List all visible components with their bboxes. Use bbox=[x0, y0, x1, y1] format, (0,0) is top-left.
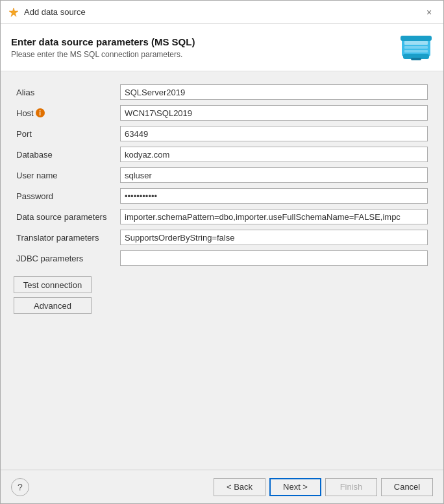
alias-label: Alias bbox=[16, 88, 34, 97]
host-label-group: Host i bbox=[16, 108, 115, 118]
page-subtext: Please enter the MS SQL connection param… bbox=[11, 50, 195, 59]
datasource-params-input[interactable] bbox=[120, 209, 428, 224]
translator-params-row: Translator parameters bbox=[14, 227, 430, 248]
datasource-params-row: Data source parameters bbox=[14, 206, 430, 227]
host-input[interactable] bbox=[120, 105, 428, 121]
translator-params-input[interactable] bbox=[120, 230, 428, 245]
advanced-button[interactable]: Advanced bbox=[14, 297, 92, 314]
dialog-container: Add data source × Enter data source para… bbox=[0, 0, 444, 504]
database-label: Database bbox=[16, 150, 53, 160]
database-input[interactable] bbox=[120, 147, 428, 162]
header-text: Enter data source parameters (MS SQL) Pl… bbox=[11, 36, 195, 59]
datasource-params-label: Data source parameters bbox=[16, 212, 106, 222]
jdbc-params-label: JDBC parameters bbox=[16, 254, 83, 263]
jdbc-params-row: JDBC parameters bbox=[14, 248, 430, 269]
parameters-table: Alias Host i Port Database bbox=[14, 82, 430, 269]
title-bar: Add data source × bbox=[1, 1, 443, 24]
port-label: Port bbox=[16, 129, 32, 139]
page-heading: Enter data source parameters (MS SQL) bbox=[11, 36, 195, 47]
svg-marker-0 bbox=[9, 8, 18, 17]
datasource-icon bbox=[399, 33, 433, 62]
port-input[interactable] bbox=[120, 126, 428, 141]
cancel-button[interactable]: Cancel bbox=[381, 478, 433, 496]
app-icon bbox=[8, 7, 19, 18]
help-button[interactable]: ? bbox=[11, 478, 29, 496]
dialog-title: Add data source bbox=[24, 7, 86, 17]
password-input[interactable] bbox=[120, 188, 428, 204]
alias-input[interactable] bbox=[120, 84, 428, 100]
host-info-icon[interactable]: i bbox=[36, 108, 45, 117]
next-button[interactable]: Next > bbox=[269, 478, 321, 496]
footer: ? < Back Next > Finish Cancel bbox=[1, 470, 443, 503]
username-row: User name bbox=[14, 165, 430, 186]
form-content: Alias Host i Port Database bbox=[1, 71, 443, 470]
svg-rect-4 bbox=[404, 50, 428, 53]
password-label: Password bbox=[16, 191, 53, 201]
svg-rect-5 bbox=[401, 36, 432, 41]
finish-button[interactable]: Finish bbox=[325, 478, 377, 496]
footer-buttons: < Back Next > Finish Cancel bbox=[214, 478, 433, 496]
username-input[interactable] bbox=[120, 167, 428, 183]
back-button[interactable]: < Back bbox=[214, 478, 265, 496]
svg-rect-2 bbox=[404, 41, 428, 45]
header-section: Enter data source parameters (MS SQL) Pl… bbox=[1, 24, 443, 71]
host-label: Host bbox=[16, 108, 34, 118]
port-row: Port bbox=[14, 123, 430, 144]
close-button[interactable]: × bbox=[423, 6, 436, 19]
host-row: Host i bbox=[14, 102, 430, 123]
title-bar-left: Add data source bbox=[8, 7, 86, 18]
database-row: Database bbox=[14, 144, 430, 165]
translator-params-label: Translator parameters bbox=[16, 233, 99, 243]
jdbc-params-input[interactable] bbox=[120, 250, 428, 266]
username-label: User name bbox=[16, 171, 58, 180]
password-row: Password bbox=[14, 186, 430, 206]
test-connection-button[interactable]: Test connection bbox=[14, 276, 92, 293]
action-buttons: Test connection Advanced bbox=[14, 276, 430, 314]
svg-rect-7 bbox=[411, 58, 421, 60]
alias-row: Alias bbox=[14, 82, 430, 102]
svg-rect-3 bbox=[404, 46, 428, 49]
